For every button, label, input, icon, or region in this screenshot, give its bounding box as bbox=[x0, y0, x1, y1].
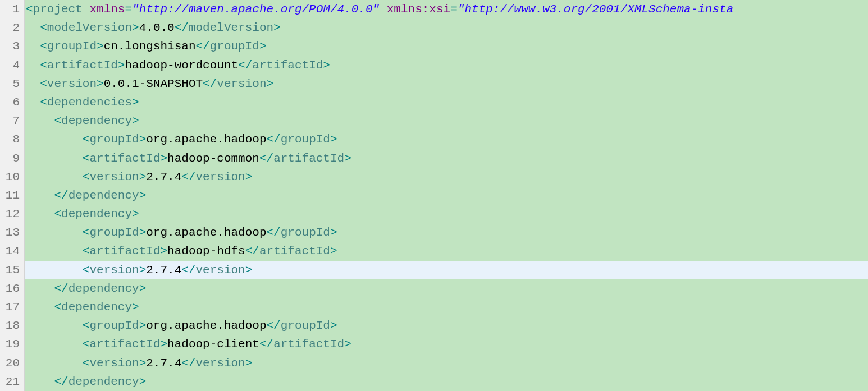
line-number: 6 bbox=[0, 93, 20, 112]
code-line[interactable]: <groupId>org.apache.hadoop</groupId> bbox=[25, 130, 868, 149]
line-number: 20 bbox=[0, 354, 20, 372]
code-line[interactable]: <version>0.0.1-SNAPSHOT</version> bbox=[25, 75, 868, 93]
code-line[interactable]: <groupId>org.apache.hadoop</groupId> bbox=[25, 223, 868, 242]
line-number: 21 bbox=[0, 372, 20, 391]
line-number: 7 bbox=[0, 112, 20, 130]
line-number: 14 bbox=[0, 242, 20, 260]
xml-editor[interactable]: 1 2 3 4 5 6 7 8 9 10 11 12 13 14 15 16 1… bbox=[0, 0, 868, 391]
line-number: 16 bbox=[0, 279, 20, 298]
line-number: 1 bbox=[0, 0, 20, 19]
code-line[interactable]: <project xmlns="http://maven.apache.org/… bbox=[25, 0, 868, 19]
code-line[interactable]: <artifactId>hadoop-wordcount</artifactId… bbox=[25, 56, 868, 75]
code-line[interactable]: <version>2.7.4</version> bbox=[25, 168, 868, 186]
code-line[interactable]: </dependency> bbox=[25, 372, 868, 391]
line-number: 9 bbox=[0, 149, 20, 168]
line-number: 12 bbox=[0, 205, 20, 223]
code-line[interactable]: <dependency> bbox=[25, 298, 868, 316]
code-line[interactable]: <dependency> bbox=[25, 205, 868, 223]
line-number: 11 bbox=[0, 186, 20, 205]
line-number-gutter: 1 2 3 4 5 6 7 8 9 10 11 12 13 14 15 16 1… bbox=[0, 0, 25, 391]
line-number-current: 15 bbox=[0, 261, 20, 279]
code-line[interactable]: <artifactId>hadoop-common</artifactId> bbox=[25, 149, 868, 168]
line-number: 18 bbox=[0, 316, 20, 335]
code-line[interactable]: <dependencies> bbox=[25, 93, 868, 112]
line-number: 3 bbox=[0, 37, 20, 56]
code-line[interactable]: </dependency> bbox=[25, 279, 868, 298]
line-number: 13 bbox=[0, 223, 20, 242]
line-number: 8 bbox=[0, 130, 20, 149]
line-number: 19 bbox=[0, 335, 20, 353]
code-line[interactable]: <version>2.7.4</version> bbox=[25, 354, 868, 372]
code-line[interactable]: <artifactId>hadoop-hdfs</artifactId> bbox=[25, 242, 868, 260]
code-line[interactable]: <artifactId>hadoop-client</artifactId> bbox=[25, 335, 868, 353]
code-line[interactable]: </dependency> bbox=[25, 186, 868, 205]
line-number: 4 bbox=[0, 56, 20, 75]
line-number: 17 bbox=[0, 298, 20, 316]
line-number: 2 bbox=[0, 19, 20, 37]
code-area[interactable]: <project xmlns="http://maven.apache.org/… bbox=[25, 0, 868, 391]
code-line[interactable]: <modelVersion>4.0.0</modelVersion> bbox=[25, 19, 868, 37]
code-line[interactable]: <dependency> bbox=[25, 112, 868, 130]
code-line-current[interactable]: <version>2.7.4</version> bbox=[25, 261, 868, 279]
code-line[interactable]: <groupId>cn.longshisan</groupId> bbox=[25, 37, 868, 56]
line-number: 5 bbox=[0, 75, 20, 93]
code-line[interactable]: <groupId>org.apache.hadoop</groupId> bbox=[25, 316, 868, 335]
line-number: 10 bbox=[0, 168, 20, 186]
